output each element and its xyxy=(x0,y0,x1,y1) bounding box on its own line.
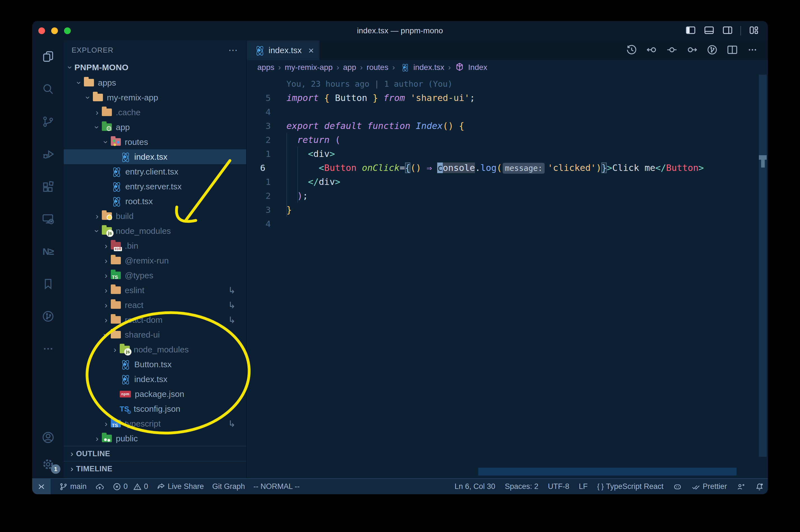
branch-indicator[interactable]: main xyxy=(59,482,87,491)
tree-item[interactable]: shared-ui xyxy=(64,327,246,342)
tree-item[interactable]: public xyxy=(64,431,246,446)
live-share-button[interactable]: Live Share xyxy=(157,482,204,491)
tree-item[interactable]: index.tsx xyxy=(64,149,246,164)
bookmarks-icon[interactable] xyxy=(32,268,64,300)
indentation-indicator[interactable]: Spaces: 2 xyxy=(505,482,538,491)
git-graph-icon[interactable] xyxy=(32,300,64,332)
language-mode-indicator[interactable]: { } TypeScript React xyxy=(597,482,664,491)
tree-item[interactable]: node_modules xyxy=(64,224,246,238)
tree-item-label: my-remix-app xyxy=(107,93,158,102)
code-line[interactable]: 1 </div> xyxy=(247,175,758,189)
outline-section[interactable]: OUTLINE xyxy=(64,446,246,461)
git-graph-button[interactable]: Git Graph xyxy=(212,482,245,491)
customize-layout-icon[interactable] xyxy=(748,25,759,37)
tree-item[interactable]: react-dom↳ xyxy=(64,312,246,327)
tree-item[interactable]: package.json xyxy=(64,386,246,401)
tree-item-label: index.tsx xyxy=(134,152,167,162)
formatter-indicator[interactable]: Prettier xyxy=(691,482,727,491)
toggle-panel-icon[interactable] xyxy=(704,25,715,37)
account-icon[interactable] xyxy=(32,431,64,444)
settings-icon[interactable]: 1 xyxy=(32,458,64,471)
tree-item[interactable]: .cache xyxy=(64,105,246,120)
close-tab-icon[interactable]: × xyxy=(308,45,314,56)
react-icon xyxy=(111,182,121,192)
breadcrumb-item[interactable]: index.tsx xyxy=(414,63,444,72)
tree-item[interactable]: root.tsx xyxy=(64,194,246,209)
extensions-icon[interactable] xyxy=(32,170,64,203)
tree-item[interactable]: typescript↳ xyxy=(64,416,246,431)
breadcrumb-item[interactable]: apps xyxy=(258,63,274,72)
react-icon xyxy=(120,152,130,162)
code-editor[interactable]: You, 23 hours ago | 1 author (You) 5impo… xyxy=(247,75,768,478)
code-line[interactable]: 3} xyxy=(247,203,758,217)
chevron-down-icon xyxy=(93,123,101,131)
split-editor-icon[interactable] xyxy=(726,44,738,57)
tree-item-label: typescript xyxy=(125,419,160,429)
breadcrumb-item[interactable]: app xyxy=(343,63,356,72)
tab-index-tsx[interactable]: index.tsx × xyxy=(247,41,320,60)
tree-item[interactable]: entry.client.tsx xyxy=(64,164,246,179)
toggle-secondary-sidebar-icon[interactable] xyxy=(722,25,733,37)
traffic-lights xyxy=(38,27,71,34)
feedback-icon[interactable] xyxy=(737,482,745,491)
source-control-icon[interactable] xyxy=(32,106,64,138)
close-window-button[interactable] xyxy=(38,27,45,34)
tree-item[interactable]: build xyxy=(64,209,246,224)
previous-change-icon[interactable] xyxy=(646,44,658,57)
tree-item[interactable]: tsconfig.json xyxy=(64,401,246,416)
zoom-window-button[interactable] xyxy=(64,27,71,34)
tree-item[interactable]: apps xyxy=(64,75,246,90)
tree-item[interactable]: app xyxy=(64,120,246,135)
tree-item[interactable]: entry.server.tsx xyxy=(64,179,246,194)
code-line[interactable]: 2 return ( xyxy=(247,133,758,147)
open-change-icon[interactable] xyxy=(666,44,678,57)
code-line[interactable]: 1 <div> xyxy=(247,147,758,161)
tree-item[interactable]: Button.tsx xyxy=(64,357,246,372)
vertical-scrollbar[interactable] xyxy=(759,75,767,478)
remote-indicator-icon[interactable] xyxy=(32,479,51,494)
tree-item[interactable]: index.tsx xyxy=(64,372,246,386)
tree-item[interactable]: @types xyxy=(64,268,246,283)
more-views-icon[interactable] xyxy=(32,332,64,365)
tree-item-label: .cache xyxy=(116,108,140,117)
encoding-indicator[interactable]: UTF-8 xyxy=(548,482,570,491)
remote-explorer-icon[interactable] xyxy=(32,203,64,235)
breadcrumb-item[interactable]: Index xyxy=(468,63,488,72)
code-line[interactable]: 5import { Button } from 'shared-ui'; xyxy=(247,91,758,105)
sync-changes-button[interactable] xyxy=(95,482,104,491)
search-icon[interactable] xyxy=(32,73,64,106)
tree-item[interactable]: .bin xyxy=(64,238,246,253)
code-line[interactable]: 3export default function Index() { xyxy=(247,119,758,133)
code-line[interactable]: 4 xyxy=(247,217,758,231)
timeline-section[interactable]: TIMELINE xyxy=(64,461,246,476)
tree-item[interactable]: routes xyxy=(64,135,246,149)
minimize-window-button[interactable] xyxy=(51,27,58,34)
problems-indicator[interactable]: 0 0 xyxy=(112,482,148,491)
explorer-more-actions-icon[interactable]: ⋯ xyxy=(228,44,238,56)
tree-item[interactable]: node_modules xyxy=(64,342,246,357)
toggle-primary-sidebar-icon[interactable] xyxy=(685,25,696,37)
tree-item[interactable]: @remix-run xyxy=(64,253,246,268)
copilot-icon[interactable] xyxy=(673,482,682,491)
eol-indicator[interactable]: LF xyxy=(579,482,588,491)
code-line[interactable]: 6 <Button onClick={() ⇒ console.log(mess… xyxy=(247,161,758,175)
nx-console-icon[interactable]: N≥ xyxy=(32,235,64,268)
cursor-position-indicator[interactable]: Ln 6, Col 30 xyxy=(455,482,495,491)
explorer-icon[interactable] xyxy=(32,41,64,73)
tree-item[interactable]: eslint↳ xyxy=(64,283,246,298)
tree-item[interactable]: react↳ xyxy=(64,298,246,312)
workspace-root-row[interactable]: PNPM-MONO xyxy=(64,60,246,75)
code-line[interactable]: 4 xyxy=(247,105,758,119)
horizontal-scrollbar[interactable] xyxy=(478,468,737,475)
notifications-bell-icon[interactable] xyxy=(755,482,764,491)
timeline-icon[interactable] xyxy=(626,44,637,57)
git-graph-editor-icon[interactable] xyxy=(706,44,718,57)
code-line[interactable]: 2 ); xyxy=(247,189,758,203)
tree-item[interactable]: my-remix-app xyxy=(64,90,246,105)
run-debug-icon[interactable] xyxy=(32,138,64,170)
breadcrumb-item[interactable]: routes xyxy=(367,63,388,72)
breadcrumb-item[interactable]: my-remix-app xyxy=(285,63,332,72)
more-actions-icon[interactable] xyxy=(747,44,758,57)
file-type-icon xyxy=(102,124,112,131)
next-change-icon[interactable] xyxy=(686,44,698,57)
